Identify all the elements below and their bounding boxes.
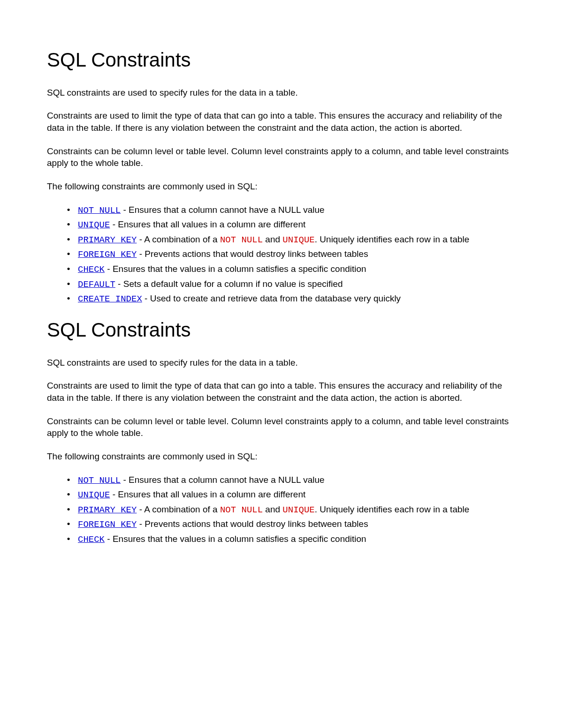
- paragraph: The following constraints are commonly u…: [47, 180, 516, 193]
- paragraph: SQL constraints are used to specify rule…: [47, 357, 516, 369]
- list-item: CHECK - Ensures that the values in a col…: [75, 263, 516, 276]
- paragraph: Constraints are used to limit the type o…: [47, 110, 516, 134]
- list-item: CHECK - Ensures that the values in a col…: [75, 533, 516, 546]
- sep: -: [137, 234, 144, 244]
- link-unique[interactable]: UNIQUE: [78, 220, 110, 230]
- desc: Ensures that all values in a column are …: [118, 489, 305, 499]
- desc: Sets a default value for a column if no …: [123, 279, 343, 289]
- desc: Ensures that the values in a column sati…: [113, 264, 366, 274]
- desc: Ensures that the values in a column sati…: [113, 534, 366, 544]
- heading-sql-constraints-1: SQL Constraints: [47, 47, 516, 74]
- sep: -: [137, 504, 144, 514]
- list-item: FOREIGN KEY - Prevents actions that woul…: [75, 248, 516, 261]
- link-primary-key[interactable]: PRIMARY KEY: [78, 235, 137, 245]
- desc: Prevents actions that would destroy link…: [145, 249, 368, 259]
- list-item: UNIQUE - Ensures that all values in a co…: [75, 218, 516, 232]
- sep: -: [105, 264, 113, 274]
- sep: -: [110, 489, 118, 499]
- list-item: NOT NULL - Ensures that a column cannot …: [75, 204, 516, 217]
- desc-mid: and: [263, 234, 282, 244]
- link-not-null[interactable]: NOT NULL: [78, 205, 121, 216]
- sep: -: [121, 205, 129, 215]
- sep: -: [115, 279, 123, 289]
- code-not-null: NOT NULL: [220, 505, 263, 515]
- desc-post: . Uniquely identifies each row in a tabl…: [315, 504, 470, 514]
- list-item: UNIQUE - Ensures that all values in a co…: [75, 488, 516, 502]
- link-default[interactable]: DEFAULT: [78, 279, 115, 290]
- link-check[interactable]: CHECK: [78, 264, 105, 275]
- paragraph: SQL constraints are used to specify rule…: [47, 87, 516, 99]
- desc: Ensures that a column cannot have a NULL…: [129, 205, 325, 215]
- list-item: DEFAULT - Sets a default value for a col…: [75, 278, 516, 291]
- desc: Prevents actions that would destroy link…: [145, 519, 368, 529]
- constraint-list-1: NOT NULL - Ensures that a column cannot …: [47, 204, 516, 306]
- sep: -: [142, 293, 150, 303]
- paragraph: The following constraints are commonly u…: [47, 450, 516, 463]
- link-primary-key[interactable]: PRIMARY KEY: [78, 505, 137, 515]
- link-foreign-key[interactable]: FOREIGN KEY: [78, 519, 137, 530]
- sep: -: [137, 519, 145, 529]
- sep: -: [110, 219, 118, 229]
- link-check[interactable]: CHECK: [78, 534, 105, 545]
- desc-pre: A combination of a: [144, 504, 220, 514]
- sep: -: [105, 534, 113, 544]
- paragraph: Constraints are used to limit the type o…: [47, 380, 516, 404]
- link-unique[interactable]: UNIQUE: [78, 490, 110, 500]
- paragraph: Constraints can be column level or table…: [47, 415, 516, 439]
- list-item: PRIMARY KEY - A combination of a NOT NUL…: [75, 503, 516, 517]
- sep: -: [137, 249, 145, 259]
- list-item: PRIMARY KEY - A combination of a NOT NUL…: [75, 233, 516, 247]
- code-unique: UNIQUE: [282, 505, 314, 515]
- constraint-list-2: NOT NULL - Ensures that a column cannot …: [47, 474, 516, 546]
- desc: Ensures that a column cannot have a NULL…: [129, 475, 325, 485]
- sep: -: [121, 475, 129, 485]
- desc-mid: and: [263, 504, 282, 514]
- heading-sql-constraints-2: SQL Constraints: [47, 317, 516, 344]
- code-not-null: NOT NULL: [220, 235, 263, 245]
- list-item: CREATE INDEX - Used to create and retrie…: [75, 293, 516, 306]
- paragraph: Constraints can be column level or table…: [47, 145, 516, 169]
- list-item: NOT NULL - Ensures that a column cannot …: [75, 474, 516, 487]
- code-unique: UNIQUE: [282, 235, 314, 245]
- desc-pre: A combination of a: [144, 234, 220, 244]
- desc: Used to create and retrieve data from th…: [150, 293, 401, 303]
- link-foreign-key[interactable]: FOREIGN KEY: [78, 249, 137, 260]
- desc: Ensures that all values in a column are …: [118, 219, 305, 229]
- link-not-null[interactable]: NOT NULL: [78, 475, 121, 486]
- desc-post: . Uniquely identifies each row in a tabl…: [315, 234, 470, 244]
- link-create-index[interactable]: CREATE INDEX: [78, 294, 142, 304]
- list-item: FOREIGN KEY - Prevents actions that woul…: [75, 518, 516, 531]
